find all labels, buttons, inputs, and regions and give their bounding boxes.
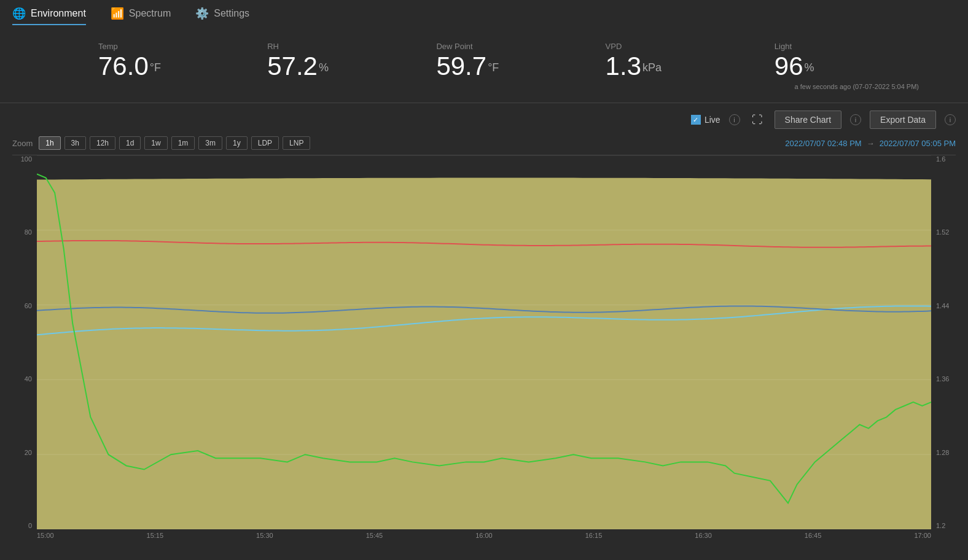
fullscreen-button[interactable]: ⛶ [749, 111, 766, 128]
x-1700: 17:00 [914, 532, 931, 539]
y-left-100: 100 [21, 155, 32, 163]
zoom-controls: Zoom 1h 3h 12h 1d 1w 1m 3m 1y LDP LNP [12, 136, 310, 150]
metric-rh: RH 57.2% [243, 42, 412, 90]
settings-icon: ⚙️ [195, 7, 209, 20]
dew-unit: °F [488, 61, 499, 74]
zoom-1d[interactable]: 1d [119, 136, 141, 150]
temp-unit: °F [150, 61, 161, 74]
y-left-80: 80 [25, 228, 32, 236]
y-right-1.6: 1.6 [936, 155, 945, 163]
y-left-40: 40 [25, 375, 32, 383]
y-right-1.28: 1.28 [936, 449, 949, 456]
zoom-12h[interactable]: 12h [90, 136, 115, 150]
share-chart-button[interactable]: Share Chart [775, 111, 841, 129]
nav-settings-label: Settings [214, 8, 249, 19]
zoom-lnp[interactable]: LNP [283, 136, 310, 150]
zoom-ldp[interactable]: LDP [251, 136, 279, 150]
spectrum-icon: 📶 [111, 7, 124, 20]
metric-vpd: VPD 1.3kPa [581, 42, 750, 90]
live-label: Live [705, 115, 720, 125]
vpd-unit: kPa [642, 61, 662, 74]
x-axis: 15:00 15:15 15:30 15:45 16:00 16:15 16:3… [37, 529, 931, 548]
rh-unit: % [319, 61, 329, 74]
y-right-1.44: 1.44 [936, 302, 949, 309]
date-to: 2022/07/07 05:05 PM [880, 139, 956, 148]
live-toggle[interactable]: ✓ Live [691, 115, 720, 125]
y-left-60: 60 [25, 302, 32, 309]
x-1615: 16:15 [585, 532, 603, 539]
y-axis-right: 1.6 1.52 1.44 1.36 1.28 1.2 [931, 155, 956, 529]
metric-temp: Temp 76.0°F [49, 42, 243, 90]
rh-label: RH [267, 42, 279, 51]
zoom-3m[interactable]: 3m [198, 136, 222, 150]
live-info-icon[interactable]: i [729, 114, 740, 125]
light-value: 96 [775, 52, 803, 80]
environment-icon: 🌐 [12, 7, 26, 20]
nav-spectrum[interactable]: 📶 Spectrum [111, 7, 171, 25]
nav-spectrum-label: Spectrum [129, 8, 171, 19]
x-1645: 16:45 [805, 532, 822, 539]
x-1545: 15:45 [366, 532, 383, 539]
x-1630: 16:30 [695, 532, 712, 539]
zoom-1y[interactable]: 1y [226, 136, 248, 150]
y-right-1.52: 1.52 [936, 228, 949, 236]
nav-settings[interactable]: ⚙️ Settings [195, 7, 249, 25]
temp-value: 76.0 [98, 52, 149, 80]
chart-controls: ✓ Live i ⛶ Share Chart i Export Data i [0, 103, 968, 134]
light-unit: % [805, 61, 814, 74]
metrics-bar: Temp 76.0°F RH 57.2% Dew Point 59.7°F VP… [0, 32, 968, 103]
y-left-20: 20 [25, 449, 32, 456]
zoom-1h[interactable]: 1h [39, 136, 60, 150]
zoom-label: Zoom [12, 139, 33, 148]
metric-dew: Dew Point 59.7°F [412, 42, 580, 90]
export-data-button[interactable]: Export Data [870, 111, 936, 129]
dew-value: 59.7 [436, 52, 486, 80]
main-nav: 🌐 Environment 📶 Spectrum ⚙️ Settings [0, 0, 968, 32]
zoom-1m[interactable]: 1m [171, 136, 195, 150]
x-1530: 15:30 [256, 532, 273, 539]
vpd-value: 1.3 [606, 52, 641, 80]
x-1500: 15:00 [37, 532, 54, 539]
y-left-0: 0 [28, 522, 32, 529]
chart-canvas [37, 155, 931, 529]
timestamp: a few seconds ago (07-07-2022 5:04 PM) [775, 83, 919, 90]
dew-label: Dew Point [436, 42, 472, 51]
temp-label: Temp [98, 42, 118, 51]
y-axis-left: 100 80 60 40 20 0 [12, 155, 37, 529]
share-info-icon[interactable]: i [850, 114, 861, 125]
date-range: 2022/07/07 02:48 PM → 2022/07/07 05:05 P… [785, 139, 956, 148]
date-arrow: → [867, 139, 875, 148]
y-right-1.36: 1.36 [936, 375, 949, 383]
x-1600: 16:00 [475, 532, 493, 539]
x-1515: 15:15 [147, 532, 164, 539]
y-right-1.2: 1.2 [936, 522, 945, 529]
zoom-bar: Zoom 1h 3h 12h 1d 1w 1m 3m 1y LDP LNP 20… [0, 134, 968, 155]
chart-wrapper: 100 80 60 40 20 0 1.6 1.52 1.44 1.36 1.2… [12, 155, 956, 548]
chart-container: 100 80 60 40 20 0 1.6 1.52 1.44 1.36 1.2… [12, 155, 956, 548]
nav-environment[interactable]: 🌐 Environment [12, 7, 86, 25]
metric-light: Light 96% a few seconds ago (07-07-2022 … [750, 42, 919, 90]
rh-value: 57.2 [267, 52, 318, 80]
live-checkbox[interactable]: ✓ [691, 115, 701, 125]
zoom-3h[interactable]: 3h [64, 136, 86, 150]
date-from: 2022/07/07 02:48 PM [785, 139, 861, 148]
light-label: Light [775, 42, 792, 51]
export-info-icon[interactable]: i [945, 114, 956, 125]
nav-environment-label: Environment [31, 8, 86, 19]
vpd-label: VPD [606, 42, 622, 51]
zoom-1w[interactable]: 1w [144, 136, 167, 150]
